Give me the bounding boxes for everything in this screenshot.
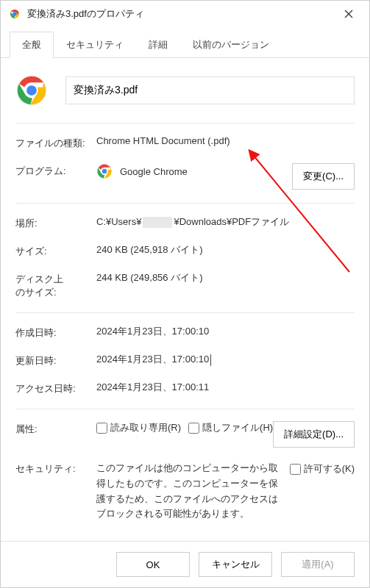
- svg-point-10: [102, 169, 107, 173]
- row-size: サイズ: 240 KB (245,918 バイト): [15, 243, 355, 258]
- svg-point-7: [26, 85, 37, 96]
- label-modified: 更新日時:: [15, 353, 96, 368]
- tab-security[interactable]: セキュリティ: [54, 32, 136, 57]
- row-filetype: ファイルの種類: Chrome HTML Document (.pdf): [15, 135, 355, 150]
- divider: [15, 203, 355, 204]
- readonly-checkbox[interactable]: [96, 423, 107, 434]
- readonly-checkbox-wrap[interactable]: 読み取り専用(R): [96, 421, 181, 434]
- value-created: 2024年1月23日、17:00:10: [96, 325, 355, 338]
- label-attributes: 属性:: [15, 421, 96, 436]
- close-button[interactable]: [334, 3, 363, 25]
- label-program: プログラム:: [15, 163, 96, 178]
- value-filetype: Chrome HTML Document (.pdf): [96, 135, 355, 146]
- divider: [15, 123, 355, 123]
- row-security: セキュリティ: このファイルは他のコンピューターから取得したものです。このコンピ…: [15, 461, 355, 522]
- text-caret: [210, 354, 211, 366]
- apply-button[interactable]: 適用(A): [281, 552, 355, 577]
- location-prefix: C:¥Users¥: [96, 216, 141, 227]
- window-title: 変換済み3.pdfのプロパティ: [27, 7, 334, 21]
- hidden-checkbox-wrap[interactable]: 隠しファイル(H): [188, 421, 273, 434]
- location-suffix: ¥Downloads¥PDFファイル: [174, 216, 289, 227]
- label-disk-size: ディスク上 のサイズ:: [15, 271, 96, 299]
- allow-checkbox[interactable]: [290, 464, 301, 475]
- filename-input[interactable]: [65, 76, 355, 104]
- tab-general[interactable]: 全般: [10, 32, 54, 58]
- divider: [15, 409, 355, 409]
- tab-content: ファイルの種類: Chrome HTML Document (.pdf) プログ…: [1, 58, 369, 541]
- label-filetype: ファイルの種類:: [15, 135, 96, 150]
- chrome-icon: [8, 7, 21, 21]
- allow-checkbox-wrap[interactable]: 許可する(K): [290, 462, 355, 476]
- ok-button[interactable]: OK: [116, 552, 190, 577]
- row-program: プログラム: Google Chrome 変更(C)...: [15, 163, 355, 190]
- properties-window: 変換済み3.pdfのプロパティ 全般 セキュリティ 詳細 以前のバージョン: [0, 0, 370, 588]
- value-accessed: 2024年1月23日、17:00:11: [96, 381, 355, 394]
- hidden-checkbox[interactable]: [188, 423, 199, 434]
- close-icon: [344, 10, 353, 18]
- svg-point-2: [13, 12, 16, 15]
- titlebar: 変換済み3.pdfのプロパティ: [1, 1, 369, 27]
- row-accessed: アクセス日時: 2024年1月23日、17:00:11: [15, 381, 355, 395]
- row-attributes: 属性: 読み取り専用(R) 隠しファイル(H) 詳細設定(D)...: [15, 421, 355, 448]
- divider: [15, 312, 355, 313]
- row-location: 場所: C:¥Users¥¥Downloads¥PDFファイル: [15, 215, 355, 230]
- redacted-username: [143, 217, 172, 228]
- value-disk-size: 244 KB (249,856 バイト): [96, 271, 355, 284]
- allow-label: 許可する(K): [304, 462, 355, 476]
- value-location: C:¥Users¥¥Downloads¥PDFファイル: [96, 215, 355, 229]
- row-disk-size: ディスク上 のサイズ: 244 KB (249,856 バイト): [15, 271, 355, 299]
- change-button[interactable]: 変更(C)...: [292, 163, 355, 190]
- security-text: このファイルは他のコンピューターから取得したものです。このコンピューターを保護す…: [96, 461, 282, 522]
- value-size: 240 KB (245,918 バイト): [96, 243, 355, 257]
- file-header: [15, 74, 355, 107]
- value-program: Google Chrome: [120, 166, 188, 177]
- row-created: 作成日時: 2024年1月23日、17:00:10: [15, 325, 355, 340]
- label-security: セキュリティ:: [15, 461, 96, 476]
- tab-bar: 全般 セキュリティ 詳細 以前のバージョン: [1, 27, 369, 58]
- label-accessed: アクセス日時:: [15, 381, 96, 395]
- chrome-icon: [15, 74, 48, 107]
- label-created: 作成日時:: [15, 325, 96, 340]
- readonly-label: 読み取り専用(R): [110, 421, 181, 434]
- chrome-icon: [96, 163, 113, 179]
- cancel-button[interactable]: キャンセル: [199, 552, 272, 577]
- label-size: サイズ:: [15, 243, 96, 258]
- advanced-button[interactable]: 詳細設定(D)...: [273, 421, 355, 448]
- tab-details[interactable]: 詳細: [136, 32, 180, 57]
- row-modified: 更新日時: 2024年1月23日、17:00:10: [15, 353, 355, 368]
- label-location: 場所:: [15, 215, 96, 230]
- dialog-footer: OK キャンセル 適用(A): [1, 541, 369, 587]
- hidden-label: 隠しファイル(H): [202, 421, 273, 434]
- value-modified: 2024年1月23日、17:00:10: [96, 353, 355, 366]
- tab-previous-versions[interactable]: 以前のバージョン: [180, 32, 282, 57]
